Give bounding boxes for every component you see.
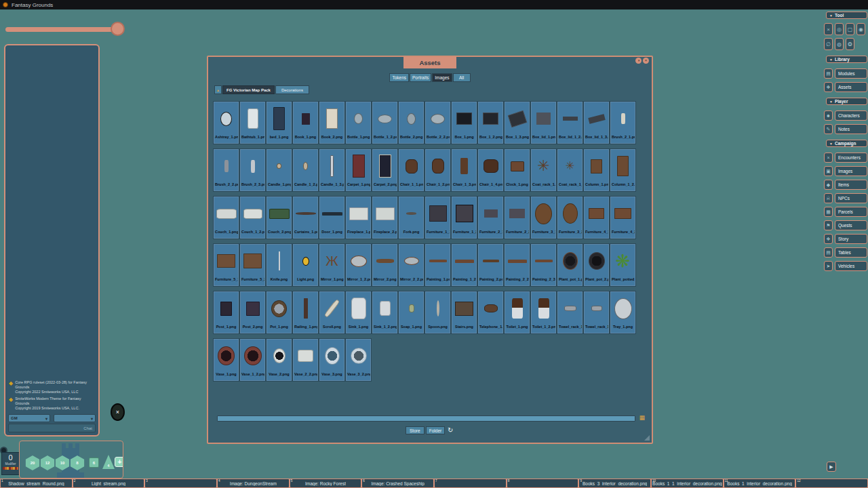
tool-icon-4[interactable]: ◉	[856, 23, 865, 35]
asset-tile[interactable]: Carpet_1.png	[346, 149, 371, 191]
notes-icon[interactable]: ✎	[824, 124, 833, 134]
asset-tile[interactable]: Post_1.png	[214, 291, 239, 333]
asset-tile[interactable]: Soap_1.png	[399, 291, 424, 333]
folder-button[interactable]: Folder	[426, 426, 445, 434]
asset-tile[interactable]: bed_1.png	[267, 102, 292, 144]
die-d12-icon[interactable]: 12	[40, 455, 55, 470]
store-button[interactable]: Store	[406, 426, 425, 434]
asset-tile[interactable]: Box_lid_1_2.pn	[557, 102, 583, 144]
asset-tile[interactable]: Toilet_1_2.png	[531, 291, 556, 333]
asset-tile[interactable]: Chair_1_4.png	[478, 149, 503, 191]
asset-tile[interactable]: Couch_1_2.pn	[240, 197, 265, 239]
asset-tile[interactable]: Brush_2_2.png	[214, 149, 239, 191]
breadcrumb-folder[interactable]: Decorations	[275, 85, 309, 94]
die-d4-icon[interactable]: 4	[102, 455, 115, 469]
shrink-icon[interactable]: ◑	[635, 58, 642, 64]
asset-tile[interactable]: Mirror_1_2.pn	[346, 244, 371, 286]
chat-input[interactable]: Chat	[8, 424, 96, 432]
asset-tile[interactable]: Box_1.png	[452, 102, 477, 144]
resize-handle[interactable]	[644, 435, 650, 441]
asset-tile[interactable]: Railing_1.png	[293, 291, 318, 333]
asset-tile[interactable]: Knife.png	[267, 244, 292, 286]
asset-tile[interactable]: Painting_1.pn	[425, 244, 450, 286]
asset-tile[interactable]: Pot_1.png	[267, 291, 292, 333]
asset-tile[interactable]: Candle_1.png	[267, 149, 292, 191]
asset-tile[interactable]: Chair_1_1.png	[399, 149, 424, 191]
grabbed-die-icon[interactable]: ×	[111, 403, 125, 421]
asset-tile[interactable]: Book_1.png	[293, 102, 318, 144]
assets-window-title[interactable]: Assets	[403, 57, 456, 68]
tab-images[interactable]: Images	[432, 73, 452, 82]
asset-tile[interactable]: ✳Coat_rack_1_2.	[557, 149, 583, 191]
sidebar-item-story[interactable]: Story	[835, 234, 867, 244]
asset-tile[interactable]: Furniture_4_1.	[584, 197, 609, 239]
asset-tile[interactable]: Bathtub_1.pn	[240, 102, 265, 144]
asset-tile[interactable]: ❋Plant_potted_	[610, 244, 635, 286]
asset-tile[interactable]: Chair_1_3.png	[452, 149, 477, 191]
asset-tile[interactable]: Scroll.png	[319, 291, 344, 333]
asset-tile[interactable]: Light.png	[293, 244, 318, 286]
asset-tile[interactable]: ЖMirror_1.png	[319, 244, 344, 286]
asset-tile[interactable]: Book_2.png	[319, 102, 344, 144]
folder-up-button[interactable]: ▲	[214, 85, 222, 94]
asset-tile[interactable]: Candle_1_3.pn	[319, 149, 344, 191]
refresh-icon[interactable]: ↻	[446, 426, 454, 434]
assets-icon[interactable]: ❖	[824, 82, 833, 92]
asset-tile[interactable]: Candle_1_2.pn	[293, 149, 318, 191]
asset-tile[interactable]: Spoon.png	[425, 291, 450, 333]
sidebar-item-tables[interactable]: Tables	[835, 247, 867, 258]
asset-tile[interactable]: Furniture_1_2.	[452, 197, 477, 239]
sidebar-item-notes[interactable]: Notes	[835, 124, 867, 134]
asset-tile[interactable]: Couch_2.png	[267, 197, 292, 239]
die-d20-icon[interactable]: 20	[25, 455, 40, 470]
asset-tile[interactable]: Carpet_2.png	[372, 149, 397, 191]
asset-tile[interactable]: Column_1_2.p	[610, 149, 635, 191]
vehicles-icon[interactable]: ➤	[824, 261, 833, 271]
sidebar-item-assets[interactable]: Assets	[835, 82, 867, 92]
sidebar-item-encounters[interactable]: Encounters	[835, 152, 867, 163]
asset-tile[interactable]: ✳Coat_rack_1.p	[531, 149, 556, 191]
asset-tile[interactable]: Stairs.png	[452, 291, 477, 333]
chat-panel-slider-knob[interactable]	[111, 22, 125, 36]
tool-icon-3[interactable]: ▢	[846, 23, 854, 35]
asset-tile[interactable]: Vase_2.png	[267, 339, 292, 381]
horizontal-scrollbar[interactable]	[217, 415, 635, 422]
asset-tile[interactable]: Brush_2_1.png	[610, 102, 635, 144]
asset-tile[interactable]: Fireplace_2.pn	[372, 197, 397, 239]
taskbar-slot-9[interactable]: 9Books_3_interior_decoration.png	[579, 479, 650, 487]
asset-tile[interactable]: Plant_pot_1.p	[557, 244, 583, 286]
npcs-icon[interactable]: ☠	[824, 193, 833, 203]
asset-tile[interactable]: Curtains_1.pn	[293, 197, 318, 239]
asset-tile[interactable]: Furniture_3_2.	[557, 197, 583, 239]
sidebar-header-library[interactable]: ▼Library	[826, 56, 867, 63]
sidebar-item-images[interactable]: Images	[835, 166, 867, 176]
taskbar-slot-11[interactable]: 11Books_1_interior_decoration.png	[724, 479, 795, 487]
images-icon[interactable]: ▣	[824, 166, 833, 176]
asset-tile[interactable]: Fireplace_1.pn	[346, 197, 371, 239]
asset-tile[interactable]: Mirror_2.png	[372, 244, 397, 286]
sidebar-item-vehicles[interactable]: Vehicles	[835, 261, 867, 271]
asset-tile[interactable]: Painting_2_2.	[505, 244, 530, 286]
asset-tile[interactable]: Chair_1_2.png	[425, 149, 450, 191]
sidebar-item-items[interactable]: Items	[835, 180, 867, 190]
identity-select[interactable]: GM ▾	[8, 414, 50, 422]
asset-tile[interactable]: Bottle_2_2.pn	[425, 102, 450, 144]
asset-tile[interactable]: Bottle_1_2.pn	[372, 102, 397, 144]
encounters-icon[interactable]: ×	[824, 152, 833, 163]
sidebar-item-modules[interactable]: Modules	[835, 68, 867, 79]
asset-tile[interactable]: Sink_1_2.png	[372, 291, 397, 333]
asset-tile[interactable]: Furniture_1_1.	[425, 197, 450, 239]
die-d6-icon[interactable]: 6	[89, 458, 99, 468]
taskbar-slot-1[interactable]: 1Shadow_stream_Round.png	[1, 479, 72, 487]
asset-tile[interactable]: Furniture_5_2.	[240, 244, 265, 286]
quests-icon[interactable]: ⚑	[824, 220, 833, 230]
characters-icon[interactable]: ☻	[824, 110, 833, 121]
tables-icon[interactable]: ▤	[824, 247, 833, 258]
parcels-icon[interactable]: ▦	[824, 207, 833, 217]
tool-icon-6[interactable]: ◍	[835, 38, 844, 50]
asset-tile[interactable]: Post_2.png	[240, 291, 265, 333]
target-select[interactable]: ▾	[54, 414, 96, 422]
asset-tile[interactable]: Vase_3_2.png	[346, 339, 371, 381]
items-icon[interactable]: ◆	[824, 180, 833, 190]
tool-icon-7[interactable]: ❂	[846, 38, 854, 50]
